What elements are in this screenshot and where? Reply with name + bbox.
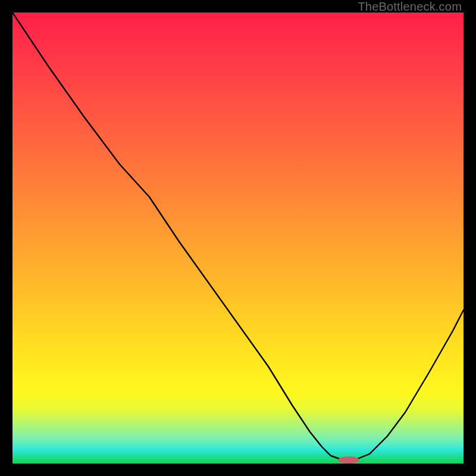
minimum-marker: [338, 456, 359, 464]
watermark-text: TheBottleneck.com: [358, 0, 462, 14]
chart-frame: TheBottleneck.com: [0, 0, 476, 476]
curve-path: [12, 12, 464, 460]
chart-svg: [12, 12, 464, 464]
plot-area: [12, 12, 464, 464]
